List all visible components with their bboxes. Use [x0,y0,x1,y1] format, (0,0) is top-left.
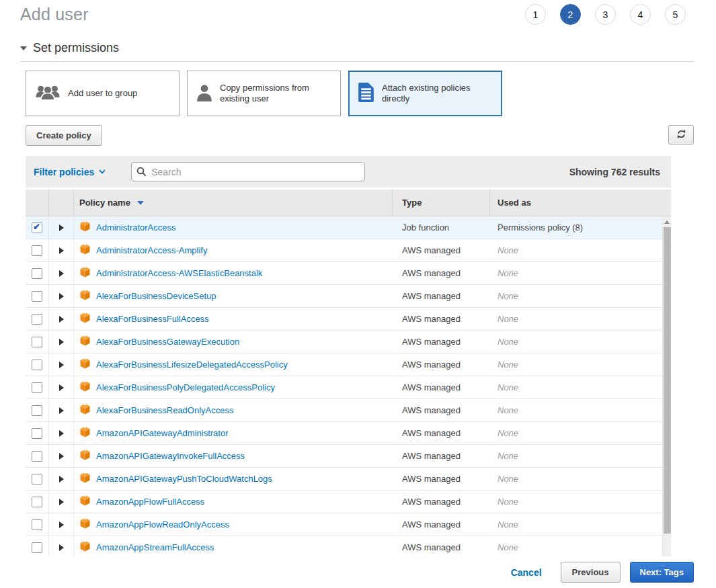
scrollbar-up-button[interactable] [663,216,671,227]
create-policy-button[interactable]: Create policy [26,125,102,146]
policy-cube-icon [79,312,91,326]
row-checkbox[interactable] [32,360,42,370]
results-count: Showing 762 results [569,167,663,177]
wizard-step[interactable]: 4 [630,4,651,25]
row-type-cell: AWS managed [393,513,490,536]
row-checkbox[interactable] [32,268,42,279]
chevron-down-icon [99,169,106,174]
policy-name-link[interactable]: AlexaForBusinessGatewayExecution [96,337,239,347]
expand-arrow-icon[interactable] [59,430,64,437]
row-expand-cell [49,262,74,284]
policy-type: AWS managed [402,245,461,255]
expand-arrow-icon[interactable] [59,476,64,482]
row-checkbox[interactable] [32,428,42,439]
expand-arrow-icon[interactable] [59,270,64,277]
option-add-user-to-group[interactable]: Add user to group [26,71,180,116]
vertical-scrollbar[interactable] [662,216,671,556]
search-input[interactable] [131,162,365,181]
expand-arrow-icon[interactable] [59,316,64,323]
row-policy-name-cell: AlexaForBusinessFullAccess [74,308,393,330]
filter-policies-dropdown[interactable]: Filter policies [34,167,106,177]
row-checkbox[interactable] [32,451,42,462]
wizard-step[interactable]: 3 [595,4,616,25]
row-checkbox[interactable] [32,519,42,530]
row-expand-cell [49,445,74,467]
row-checkbox[interactable] [32,222,42,233]
row-select-cell [26,353,49,376]
row-checkbox[interactable] [32,497,42,507]
row-policy-name-cell: AdministratorAccess-Amplify [74,239,393,261]
table-row: AdministratorAccess-AWSElasticBeanstalk … [26,262,662,285]
policy-type: AWS managed [402,519,461,530]
row-checkbox[interactable] [32,291,42,302]
row-expand-cell [49,239,74,261]
row-expand-cell [49,376,74,398]
previous-button[interactable]: Previous [561,562,621,583]
expand-arrow-icon[interactable] [59,384,64,391]
sort-desc-icon [137,201,144,205]
policy-name-link[interactable]: AmazonAppStreamFullAccess [96,542,214,552]
row-expand-cell [49,399,74,421]
policy-used-as: None [498,360,518,370]
row-checkbox[interactable] [32,382,42,393]
table-row: AlexaForBusinessLifesizeDelegatedAccessP… [26,353,662,376]
table-row: AlexaForBusinessGatewayExecution AWS man… [26,331,662,353]
policy-name-link[interactable]: AlexaForBusinessReadOnlyAccess [96,405,233,415]
policy-used-as: None [498,519,518,530]
row-checkbox[interactable] [32,314,42,325]
row-used-as-cell: None [490,536,662,556]
row-policy-name-cell: AlexaForBusinessReadOnlyAccess [74,399,393,421]
row-checkbox[interactable] [32,405,42,416]
wizard-step[interactable]: 2 [560,4,581,25]
row-checkbox[interactable] [32,245,42,256]
expand-arrow-icon[interactable] [59,499,64,505]
expand-arrow-icon[interactable] [59,362,64,368]
row-policy-name-cell: AlexaForBusinessDeviceSetup [74,285,393,307]
expand-arrow-icon[interactable] [59,521,64,528]
policy-used-as: None [498,314,518,324]
policy-name-link[interactable]: AdministratorAccess-AWSElasticBeanstalk [96,268,262,278]
refresh-button[interactable] [668,125,694,144]
row-checkbox[interactable] [32,542,42,553]
policy-name-link[interactable]: AmazonAPIGatewayInvokeFullAccess [96,451,245,461]
row-select-cell [26,262,49,284]
policy-name-link[interactable]: AmazonAPIGatewayAdministrator [96,428,229,438]
policy-name-link[interactable]: AlexaForBusinessPolyDelegatedAccessPolic… [96,382,275,392]
wizard-step[interactable]: 5 [665,4,686,25]
row-used-as-cell: None [490,331,662,353]
policy-name-link[interactable]: AmazonAPIGatewayPushToCloudWatchLogs [96,474,272,484]
expand-arrow-icon[interactable] [59,407,64,414]
expand-arrow-icon[interactable] [59,339,64,345]
row-expand-cell [49,468,74,490]
expand-arrow-icon[interactable] [59,544,64,551]
expand-arrow-icon[interactable] [59,224,64,231]
policy-name-link[interactable]: AlexaForBusinessFullAccess [96,314,209,324]
policy-name-link[interactable]: AdministratorAccess-Amplify [96,245,207,255]
expand-arrow-icon[interactable] [59,453,64,460]
policy-cube-icon [79,358,91,372]
row-used-as-cell: None [490,445,662,467]
wizard-step[interactable]: 1 [525,4,546,25]
expand-arrow-icon[interactable] [59,247,64,254]
option-copy-permissions[interactable]: Copy permissions from existing user [187,71,341,116]
row-checkbox[interactable] [32,474,42,485]
row-policy-name-cell: AdministratorAccess-AWSElasticBeanstalk [74,262,393,284]
policy-name-link[interactable]: AmazonAppFlowFullAccess [96,497,204,507]
column-label: Type [402,198,422,208]
policy-name-link[interactable]: AmazonAppFlowReadOnlyAccess [96,519,229,530]
set-permissions-section-toggle[interactable]: Set permissions [20,41,694,55]
policy-name-link[interactable]: AlexaForBusinessDeviceSetup [96,291,216,301]
next-tags-button[interactable]: Next: Tags [630,562,694,583]
row-checkbox[interactable] [32,337,42,347]
policy-used-as: None [498,542,518,552]
option-attach-existing-policies[interactable]: Attach existing policies directly [348,71,502,116]
scrollbar-thumb[interactable] [664,227,671,534]
policy-name-link[interactable]: AdministratorAccess [96,222,175,233]
column-policy-name[interactable]: Policy name [74,190,393,216]
table-body: AdministratorAccess Job function Permiss… [26,216,671,556]
policy-name-link[interactable]: AlexaForBusinessLifesizeDelegatedAccessP… [96,360,288,370]
expand-arrow-icon[interactable] [59,293,64,300]
row-used-as-cell: None [490,239,662,261]
cancel-link[interactable]: Cancel [511,567,542,578]
row-select-cell [26,331,49,353]
